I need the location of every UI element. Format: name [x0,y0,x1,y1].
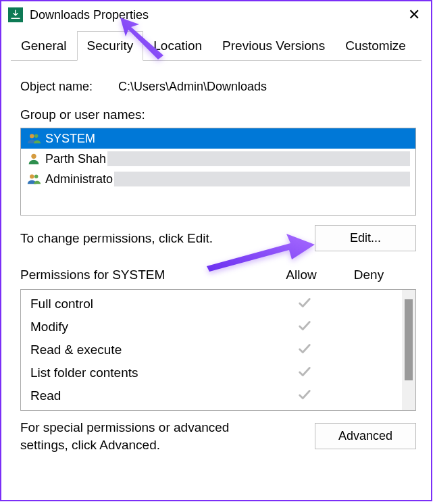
allow-check-icon [271,318,338,336]
allow-column-header: Allow [267,268,335,282]
advanced-row: For special permissions or advanced sett… [20,419,416,453]
svg-point-3 [30,174,34,178]
allow-check-icon [271,295,338,313]
svg-point-2 [31,154,36,159]
security-panel: Object name: C:\Users\Admin\Downloads Gr… [1,61,431,500]
redacted-label [107,151,410,166]
dialog-title: Downloads Properties [30,8,397,22]
user-row-system[interactable]: SYSTEM [21,128,415,149]
advanced-hint-label: For special permissions or advanced sett… [20,419,263,453]
tab-general[interactable]: General [11,31,77,60]
folder-download-icon [8,7,23,22]
object-name-row: Object name: C:\Users\Admin\Downloads [20,80,416,94]
permissions-header: Permissions for SYSTEM Allow Deny [20,263,416,289]
user-list[interactable]: SYSTEM Parth Shah Administrato [20,128,416,216]
user-row-label: SYSTEM [45,132,95,146]
tab-previous-versions[interactable]: Previous Versions [212,31,335,60]
permission-name: Modify [30,320,271,334]
allow-check-icon [271,387,338,405]
user-icon [26,151,41,166]
object-name-value: C:\Users\Admin\Downloads [118,80,267,93]
permission-row: List folder contents [21,361,415,384]
permission-name: List folder contents [30,366,271,380]
users-icon [26,131,41,146]
svg-point-0 [30,134,34,138]
deny-column-header: Deny [335,268,403,282]
user-row-administrators[interactable]: Administrato [21,169,415,189]
tab-security[interactable]: Security [77,31,144,61]
permission-name: Full control [30,297,271,311]
user-row-parth[interactable]: Parth Shah [21,149,415,169]
advanced-button[interactable]: Advanced [315,423,416,449]
properties-dialog: Downloads Properties ✕ General Security … [0,0,432,501]
permission-row: Read & execute [21,338,415,361]
edit-button[interactable]: Edit... [315,225,416,251]
user-row-label: Administrato [45,172,113,186]
edit-hint-label: To change permissions, click Edit. [20,231,213,246]
object-name-label: Object name: [20,80,115,94]
tab-strip: General Security Location Previous Versi… [11,31,421,61]
scrollbar[interactable] [402,290,415,410]
group-user-names-label: Group or user names: [20,107,416,122]
permission-name: Read [30,388,271,403]
svg-point-1 [34,134,38,138]
close-button[interactable]: ✕ [397,1,431,28]
permission-row: Read [21,384,415,407]
edit-row: To change permissions, click Edit. Edit.… [20,225,416,251]
allow-check-icon [271,341,338,359]
title-bar: Downloads Properties ✕ [1,1,431,28]
permission-row: Modify [21,316,415,338]
permissions-for-label: Permissions for SYSTEM [20,268,267,282]
user-row-label: Parth Shah [45,152,106,166]
users-icon [26,172,41,186]
permission-name: Read & execute [30,343,271,357]
scroll-thumb[interactable] [405,299,413,380]
tab-customize[interactable]: Customize [335,31,416,60]
redacted-label [114,172,410,186]
permissions-list: Full control Modify Read & execute List … [20,289,416,411]
permission-row: Full control [21,293,415,316]
tab-location[interactable]: Location [143,31,212,60]
allow-check-icon [271,364,338,382]
svg-point-4 [34,175,38,179]
